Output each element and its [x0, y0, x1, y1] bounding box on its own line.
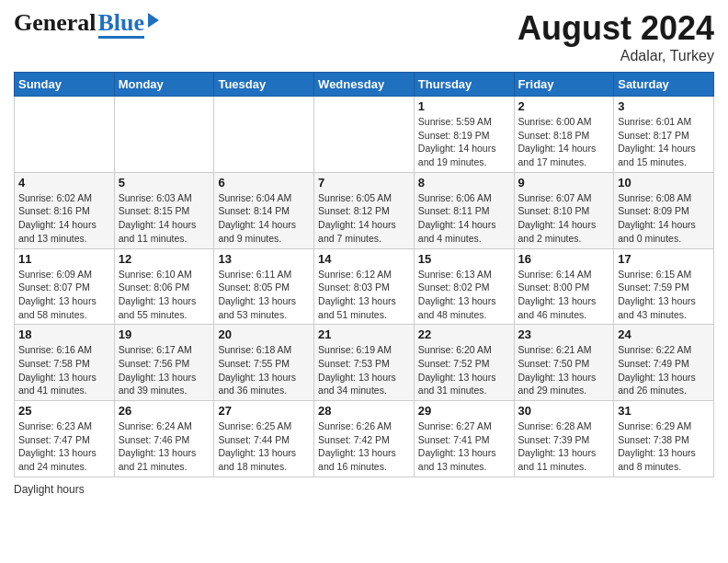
day-number: 4: [18, 176, 110, 190]
calendar-cell: 10Sunrise: 6:08 AM Sunset: 8:09 PM Dayli…: [614, 172, 714, 248]
day-number: 24: [618, 327, 710, 341]
day-info: Sunrise: 6:24 AM Sunset: 7:46 PM Dayligh…: [119, 419, 210, 474]
calendar-cell: 4Sunrise: 6:02 AM Sunset: 8:16 PM Daylig…: [15, 172, 115, 248]
day-number: 1: [418, 99, 510, 113]
day-info: Sunrise: 6:22 AM Sunset: 7:49 PM Dayligh…: [618, 343, 710, 397]
day-info: Sunrise: 6:17 AM Sunset: 7:56 PM Dayligh…: [119, 343, 210, 397]
day-info: Sunrise: 6:16 AM Sunset: 7:58 PM Dayligh…: [18, 343, 110, 397]
calendar-cell: 25Sunrise: 6:23 AM Sunset: 7:47 PM Dayli…: [15, 401, 115, 477]
day-info: Sunrise: 5:59 AM Sunset: 8:19 PM Dayligh…: [418, 115, 510, 169]
day-info: Sunrise: 6:06 AM Sunset: 8:11 PM Dayligh…: [418, 191, 510, 246]
calendar-cell: 31Sunrise: 6:29 AM Sunset: 7:38 PM Dayli…: [614, 401, 714, 477]
calendar-cell: 15Sunrise: 6:13 AM Sunset: 8:02 PM Dayli…: [414, 248, 514, 325]
day-number: 27: [218, 404, 310, 418]
day-number: 30: [518, 404, 610, 418]
day-info: Sunrise: 6:04 AM Sunset: 8:14 PM Dayligh…: [218, 191, 310, 246]
day-number: 28: [318, 404, 410, 418]
day-info: Sunrise: 6:28 AM Sunset: 7:39 PM Dayligh…: [518, 419, 610, 474]
day-info: Sunrise: 6:19 AM Sunset: 7:53 PM Dayligh…: [318, 343, 410, 397]
calendar-cell: 30Sunrise: 6:28 AM Sunset: 7:39 PM Dayli…: [514, 401, 614, 477]
calendar-cell: 27Sunrise: 6:25 AM Sunset: 7:44 PM Dayli…: [214, 401, 314, 477]
day-info: Sunrise: 6:29 AM Sunset: 7:38 PM Dayligh…: [618, 419, 710, 474]
calendar-cell: 3Sunrise: 6:01 AM Sunset: 8:17 PM Daylig…: [614, 97, 714, 173]
day-info: Sunrise: 6:23 AM Sunset: 7:47 PM Dayligh…: [18, 419, 110, 474]
calendar-cell: 1Sunrise: 5:59 AM Sunset: 8:19 PM Daylig…: [414, 97, 514, 173]
day-info: Sunrise: 6:20 AM Sunset: 7:52 PM Dayligh…: [418, 343, 510, 397]
day-number: 29: [418, 404, 510, 418]
day-info: Sunrise: 6:26 AM Sunset: 7:42 PM Dayligh…: [318, 419, 410, 474]
calendar-day-header: Sunday: [15, 73, 115, 97]
day-info: Sunrise: 6:09 AM Sunset: 8:07 PM Dayligh…: [18, 268, 110, 322]
day-info: Sunrise: 6:11 AM Sunset: 8:05 PM Dayligh…: [218, 268, 310, 322]
day-number: 19: [119, 327, 210, 341]
page-title: August 2024: [518, 9, 714, 48]
day-number: 31: [618, 404, 710, 418]
logo-arrow-icon: [148, 13, 159, 28]
day-number: 14: [318, 252, 410, 266]
calendar-cell: 21Sunrise: 6:19 AM Sunset: 7:53 PM Dayli…: [314, 325, 415, 401]
day-info: Sunrise: 6:08 AM Sunset: 8:09 PM Dayligh…: [618, 191, 710, 246]
calendar-cell: 24Sunrise: 6:22 AM Sunset: 7:49 PM Dayli…: [614, 325, 714, 401]
day-number: 7: [318, 176, 410, 190]
calendar-cell: 8Sunrise: 6:06 AM Sunset: 8:11 PM Daylig…: [414, 172, 514, 248]
logo-blue-section: Blue: [98, 11, 145, 39]
logo-blue-text: Blue: [98, 11, 145, 35]
page-subtitle: Adalar, Turkey: [518, 48, 714, 64]
calendar-day-header: Monday: [114, 73, 214, 97]
logo: General Blue: [14, 9, 159, 39]
day-number: 25: [18, 404, 110, 418]
calendar-cell: 7Sunrise: 6:05 AM Sunset: 8:12 PM Daylig…: [314, 172, 415, 248]
day-info: Sunrise: 6:15 AM Sunset: 7:59 PM Dayligh…: [618, 268, 710, 322]
day-info: Sunrise: 6:25 AM Sunset: 7:44 PM Dayligh…: [218, 419, 310, 474]
day-number: 3: [618, 99, 710, 113]
day-number: 18: [18, 327, 110, 341]
day-info: Sunrise: 6:14 AM Sunset: 8:00 PM Dayligh…: [518, 268, 610, 322]
day-number: 17: [618, 252, 710, 266]
day-info: Sunrise: 6:27 AM Sunset: 7:41 PM Dayligh…: [418, 419, 510, 474]
calendar-cell: 23Sunrise: 6:21 AM Sunset: 7:50 PM Dayli…: [514, 325, 614, 401]
daylight-label: Daylight hours: [14, 483, 85, 496]
day-number: 20: [218, 327, 310, 341]
calendar-cell: 18Sunrise: 6:16 AM Sunset: 7:58 PM Dayli…: [15, 325, 115, 401]
calendar-day-header: Tuesday: [214, 73, 314, 97]
calendar-cell: 14Sunrise: 6:12 AM Sunset: 8:03 PM Dayli…: [314, 248, 415, 325]
calendar-header-row: SundayMondayTuesdayWednesdayThursdayFrid…: [15, 73, 714, 97]
calendar-cell: 26Sunrise: 6:24 AM Sunset: 7:46 PM Dayli…: [114, 401, 214, 477]
calendar-cell: 28Sunrise: 6:26 AM Sunset: 7:42 PM Dayli…: [314, 401, 415, 477]
day-info: Sunrise: 6:21 AM Sunset: 7:50 PM Dayligh…: [518, 343, 610, 397]
day-number: 15: [418, 252, 510, 266]
calendar-week-row: 25Sunrise: 6:23 AM Sunset: 7:47 PM Dayli…: [15, 401, 714, 477]
calendar-table: SundayMondayTuesdayWednesdayThursdayFrid…: [14, 72, 714, 477]
title-area: August 2024 Adalar, Turkey: [518, 9, 714, 64]
calendar-cell: 5Sunrise: 6:03 AM Sunset: 8:15 PM Daylig…: [114, 172, 214, 248]
calendar-cell: [114, 97, 214, 173]
calendar-cell: 12Sunrise: 6:10 AM Sunset: 8:06 PM Dayli…: [114, 248, 214, 325]
day-info: Sunrise: 6:13 AM Sunset: 8:02 PM Dayligh…: [418, 268, 510, 322]
calendar-cell: 9Sunrise: 6:07 AM Sunset: 8:10 PM Daylig…: [514, 172, 614, 248]
calendar-footer: Daylight hours: [14, 483, 714, 496]
calendar-week-row: 18Sunrise: 6:16 AM Sunset: 7:58 PM Dayli…: [15, 325, 714, 401]
day-number: 12: [119, 252, 210, 266]
day-info: Sunrise: 6:02 AM Sunset: 8:16 PM Dayligh…: [18, 191, 110, 246]
calendar-cell: [214, 97, 314, 173]
calendar-week-row: 1Sunrise: 5:59 AM Sunset: 8:19 PM Daylig…: [15, 97, 714, 173]
day-number: 6: [218, 176, 310, 190]
day-number: 16: [518, 252, 610, 266]
day-info: Sunrise: 6:00 AM Sunset: 8:18 PM Dayligh…: [518, 115, 610, 169]
calendar-day-header: Wednesday: [314, 73, 415, 97]
day-number: 22: [418, 327, 510, 341]
page-header: General Blue August 2024 Adalar, Turkey: [14, 9, 714, 64]
day-number: 13: [218, 252, 310, 266]
calendar-cell: [15, 97, 115, 173]
day-info: Sunrise: 6:18 AM Sunset: 7:55 PM Dayligh…: [218, 343, 310, 397]
day-info: Sunrise: 6:01 AM Sunset: 8:17 PM Dayligh…: [618, 115, 710, 169]
day-number: 10: [618, 176, 710, 190]
calendar-cell: 22Sunrise: 6:20 AM Sunset: 7:52 PM Dayli…: [414, 325, 514, 401]
calendar-cell: 20Sunrise: 6:18 AM Sunset: 7:55 PM Dayli…: [214, 325, 314, 401]
calendar-cell: 16Sunrise: 6:14 AM Sunset: 8:00 PM Dayli…: [514, 248, 614, 325]
calendar-cell: 29Sunrise: 6:27 AM Sunset: 7:41 PM Dayli…: [414, 401, 514, 477]
day-info: Sunrise: 6:12 AM Sunset: 8:03 PM Dayligh…: [318, 268, 410, 322]
day-number: 21: [318, 327, 410, 341]
logo-general-text: General: [14, 9, 97, 37]
day-number: 9: [518, 176, 610, 190]
